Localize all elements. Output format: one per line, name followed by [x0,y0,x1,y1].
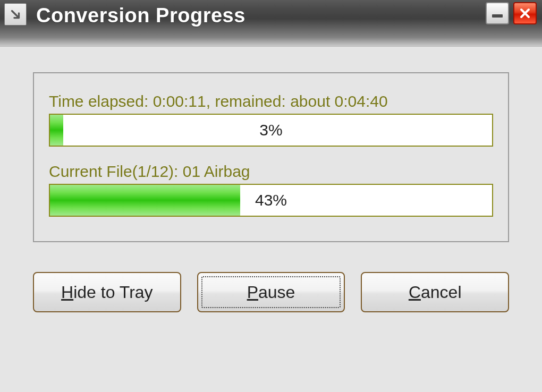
window-title: Conversion Progress [36,4,245,27]
progress-panel: Time elapsed: 0:00:11, remained: about 0… [33,72,509,242]
file-progress-bar: 43% [49,184,493,217]
pause-button-rest: ause [258,283,295,302]
dialog-body: Time elapsed: 0:00:11, remained: about 0… [0,47,542,392]
close-icon [519,7,531,20]
overall-progress-text: 3% [50,115,492,146]
close-button[interactable] [513,2,537,24]
hide-button-rest: ide to Tray [73,283,153,302]
arrow-down-right-icon [9,7,22,21]
minimize-icon [492,14,503,18]
hide-to-tray-button[interactable]: Hide to Tray [33,272,181,312]
overall-progress-bar: 3% [49,114,493,147]
pause-button[interactable]: Pause [197,272,345,312]
cancel-button[interactable]: Cancel [361,272,509,312]
window-controls [486,2,537,24]
cancel-button-rest: ancel [421,283,462,302]
file-progress-text: 43% [50,185,492,216]
current-file-label: Current File(1/12): 01 Airbag [49,163,493,181]
app-icon [4,3,27,25]
titlebar[interactable]: Conversion Progress [0,0,542,47]
minimize-button[interactable] [486,2,509,24]
time-elapsed-label: Time elapsed: 0:00:11, remained: about 0… [49,92,493,110]
button-row: Hide to Tray Pause Cancel [33,272,509,312]
conversion-progress-window: Conversion Progress Time elapsed: 0:00:1… [0,0,542,392]
